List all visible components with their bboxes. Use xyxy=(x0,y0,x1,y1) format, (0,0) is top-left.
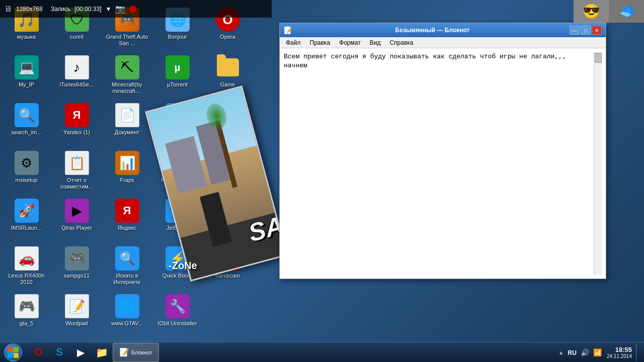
titlebar-buttons: — □ ✕ xyxy=(570,26,602,35)
taskbar-opera[interactable]: O xyxy=(28,343,48,362)
notepad-content-area: Всем привет сегодня я буду показывать ка… xyxy=(280,48,606,279)
icon-lexus[interactable]: 🚗 Lexus RX400h 2010 xyxy=(3,244,50,292)
notepad-scrollbar[interactable] xyxy=(594,52,602,275)
icon-imsr[interactable]: 🚀 IMSRLaun... xyxy=(3,196,50,244)
menu-format[interactable]: Формат xyxy=(335,38,365,47)
notepad-menubar: Файл Правка Формат Вид Справка xyxy=(280,37,606,48)
tray-clock[interactable]: 18:55 24.11.2014 xyxy=(605,346,634,359)
tray-lang-text: RU xyxy=(568,349,577,356)
avatar-2: 🧢 xyxy=(609,0,644,23)
icon-gta5[interactable]: 🎮 gta_5 xyxy=(3,292,50,339)
record-time: [00:00:33] xyxy=(74,6,101,13)
icon-otchet[interactable]: 📋 Отчет о совместим... xyxy=(53,148,101,196)
taskbar-notepad[interactable]: 📝 Блокнот xyxy=(113,343,159,362)
icon-iskat[interactable]: 🔍 Искать в Интернете xyxy=(103,244,151,292)
avatars-area: 😎 🧢 xyxy=(574,0,644,23)
windows-logo xyxy=(8,347,19,358)
icon-iobit[interactable]: 🔧 IObit Uninstaller xyxy=(153,292,201,339)
close-button[interactable]: ✕ xyxy=(592,26,602,35)
icon-itunes[interactable]: ♪ iTunes64Se... xyxy=(53,53,101,101)
icon-msisetup[interactable]: ⚙ msisetup xyxy=(3,148,50,196)
icon-minecraft[interactable]: ⛏ Minecraft(by minecraft-... xyxy=(103,53,151,101)
notepad-icon: 📝 xyxy=(284,26,292,34)
notepad-text[interactable]: Всем привет сегодня я буду показывать ка… xyxy=(284,52,594,275)
avatar-1: 😎 xyxy=(574,0,609,23)
icon-gtav-www[interactable]: 🌐 www.GTAV... xyxy=(103,292,151,339)
start-button[interactable] xyxy=(0,342,26,363)
taskbar-items: O S ▶ 📁 📝 Блокнот xyxy=(28,342,159,362)
icon-wordpad[interactable]: 📝 Wordpad xyxy=(53,292,101,339)
icon-qtrax[interactable]: ▶ Qtrax Player xyxy=(53,196,101,244)
taskbar-media[interactable]: ▶ xyxy=(70,343,91,362)
scrollbar-thumb[interactable] xyxy=(595,53,602,63)
record-label: Запись xyxy=(51,6,70,13)
taskbar-skype[interactable]: S xyxy=(49,343,69,362)
record-dot xyxy=(129,6,136,13)
icon-yandex2[interactable]: Я Яндекс xyxy=(103,196,151,244)
dropdown-icon[interactable]: ▼ xyxy=(105,6,111,13)
icon-document[interactable]: 📄 Документ xyxy=(103,101,151,148)
show-desktop-button[interactable] xyxy=(636,343,640,361)
start-orb[interactable] xyxy=(4,343,22,361)
taskbar: O S ▶ 📁 📝 Блокнот ▲ RU 🔊 📶 18:55 24.11.2… xyxy=(0,342,644,362)
menu-help[interactable]: Справка xyxy=(385,38,417,47)
tray-time: 18:55 xyxy=(607,346,632,353)
recording-bar: 🖥 1280x768 Запись [00:00:33] ▼ 📷 xyxy=(0,0,272,18)
monitor-icon: 🖥 xyxy=(4,5,12,14)
tray-arrow[interactable]: ▲ xyxy=(557,348,565,356)
zone-text: -ZoNe xyxy=(169,260,197,272)
icon-my-ip[interactable]: 💻 My_IP xyxy=(3,53,50,101)
tray-network[interactable]: 📶 xyxy=(592,347,603,357)
icon-fraps[interactable]: 📊 Fraps xyxy=(103,148,151,196)
maximize-button[interactable]: □ xyxy=(581,26,591,35)
camera-icon: 📷 xyxy=(115,4,125,14)
menu-view[interactable]: Вид xyxy=(366,38,385,47)
notepad-title: Безымянный — Блокнот xyxy=(395,27,470,34)
system-tray: ▲ RU 🔊 📶 18:55 24.11.2014 xyxy=(553,342,644,362)
menu-file[interactable]: Файл xyxy=(282,38,305,47)
icon-sampgo[interactable]: 🎮 sampgo11 xyxy=(53,244,101,292)
desktop: 🖥 1280x768 Запись [00:00:33] ▼ 📷 😎 🧢 🎵 м… xyxy=(0,0,644,342)
resolution-text: 1280x768 xyxy=(16,6,43,13)
taskbar-explorer[interactable]: 📁 xyxy=(92,343,112,362)
icon-search-im[interactable]: 🔍 search_im... xyxy=(3,101,50,148)
gta-overlay: SA -ZoNe xyxy=(161,85,277,297)
icon-yandex[interactable]: Я Yandex (1) xyxy=(53,101,101,148)
gta-image: SA xyxy=(145,85,288,282)
tray-date: 24.11.2014 xyxy=(607,353,632,359)
notepad-window: 📝 Безымянный — Блокнот — □ ✕ Файл Правка… xyxy=(279,23,606,279)
tray-volume[interactable]: 🔊 xyxy=(580,347,590,357)
tray-lang[interactable]: RU xyxy=(567,347,578,357)
minimize-button[interactable]: — xyxy=(570,26,580,35)
notepad-titlebar: 📝 Безымянный — Блокнот — □ ✕ xyxy=(280,23,606,37)
menu-edit[interactable]: Правка xyxy=(306,38,335,47)
